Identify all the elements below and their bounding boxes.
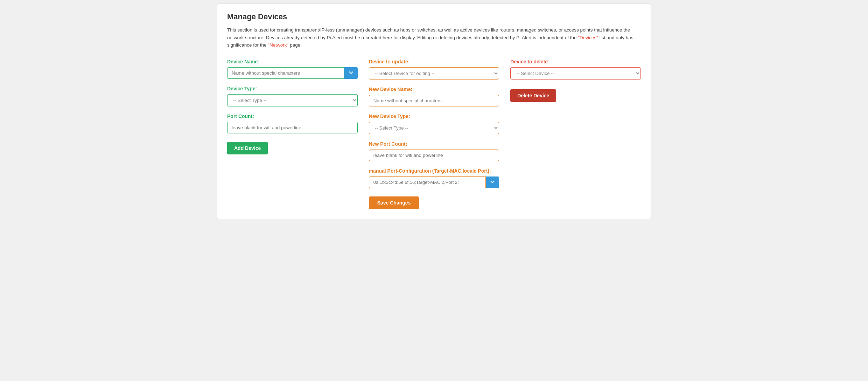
- port-count-label: Port Count:: [227, 113, 358, 119]
- device-to-delete-select[interactable]: -- Select Device -- Router-Main Switch-L…: [510, 67, 641, 79]
- new-device-type-select[interactable]: -- Select Type -- Router Switch Hub Acce…: [369, 122, 499, 134]
- col-update-device: Device to update: -- Select Device for e…: [369, 59, 499, 209]
- port-config-wrapper: [369, 176, 499, 188]
- device-to-update-label: Device to update:: [369, 59, 499, 64]
- device-name-input[interactable]: [227, 67, 344, 79]
- device-name-dropdown-btn[interactable]: [344, 67, 358, 79]
- port-config-dropdown-btn[interactable]: [486, 176, 499, 188]
- device-to-delete-group: Device to delete: -- Select Device -- Ro…: [510, 59, 641, 79]
- columns-layout: Device Name: Device Type: -- Select Type…: [227, 59, 641, 209]
- delete-device-button[interactable]: Delete Device: [510, 89, 556, 102]
- new-device-name-label: New Device Name:: [369, 86, 499, 92]
- device-type-label: Device Type:: [227, 86, 358, 91]
- new-device-type-label: New Device Type:: [369, 113, 499, 119]
- new-device-type-group: New Device Type: -- Select Type -- Route…: [369, 113, 499, 134]
- device-name-wrapper: [227, 67, 358, 79]
- save-changes-button[interactable]: Save Changes: [369, 196, 419, 209]
- description: This section is used for creating transp…: [227, 26, 641, 49]
- new-port-count-input[interactable]: [369, 150, 499, 161]
- port-count-group: Port Count:: [227, 113, 358, 133]
- device-name-label: Device Name:: [227, 59, 358, 64]
- port-config-label: manual Port-Configuration (Target-MAC,lo…: [369, 168, 499, 174]
- manage-devices-card: Manage Devices This section is used for …: [217, 4, 651, 219]
- desc-part3: page.: [288, 42, 302, 48]
- device-type-select[interactable]: -- Select Type -- Router Switch Hub Acce…: [227, 94, 358, 106]
- network-link: "Network": [268, 42, 288, 48]
- device-to-delete-label: Device to delete:: [510, 59, 641, 64]
- device-to-update-group: Device to update: -- Select Device for e…: [369, 59, 499, 79]
- device-to-update-select[interactable]: -- Select Device for editing -- Router-M…: [369, 67, 499, 79]
- page-title: Manage Devices: [227, 12, 641, 21]
- new-device-name-group: New Device Name:: [369, 86, 499, 106]
- new-device-name-input[interactable]: [369, 95, 499, 106]
- desc-part1: This section is used for creating transp…: [227, 27, 630, 40]
- devices-link: "Devices": [578, 35, 598, 40]
- new-port-count-group: New Port Count:: [369, 141, 499, 161]
- port-config-group: manual Port-Configuration (Target-MAC,lo…: [369, 168, 499, 188]
- port-count-input[interactable]: [227, 122, 358, 133]
- device-name-group: Device Name:: [227, 59, 358, 79]
- chevron-down-icon: [349, 71, 353, 74]
- col-add-device: Device Name: Device Type: -- Select Type…: [227, 59, 358, 209]
- device-type-group: Device Type: -- Select Type -- Router Sw…: [227, 86, 358, 106]
- chevron-down-icon: [490, 181, 495, 183]
- add-device-button[interactable]: Add Device: [227, 142, 268, 154]
- col-delete-device: Device to delete: -- Select Device -- Ro…: [510, 59, 641, 209]
- port-config-input[interactable]: [369, 176, 486, 188]
- new-port-count-label: New Port Count:: [369, 141, 499, 147]
